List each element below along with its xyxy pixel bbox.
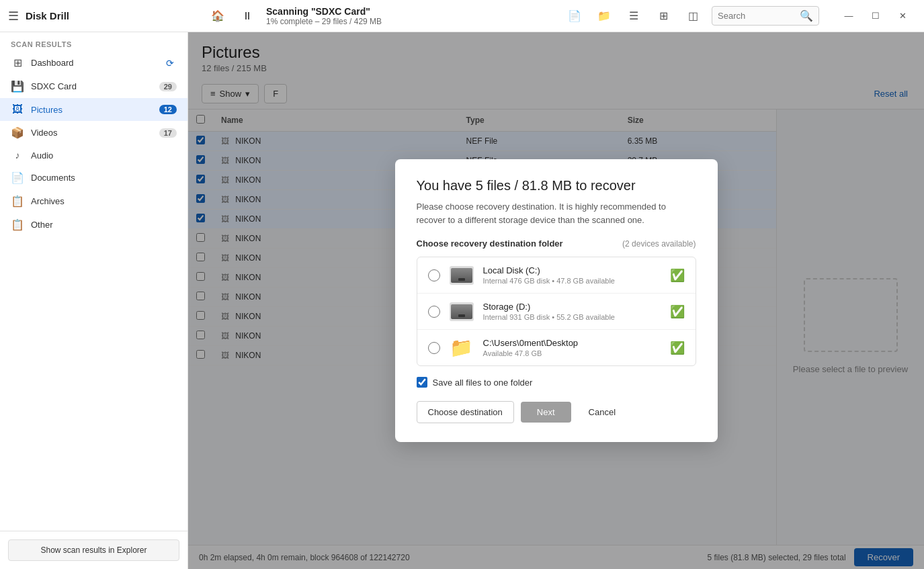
- sidebar-item-other[interactable]: 📋 Other: [0, 213, 187, 236]
- close-button[interactable]: ✕: [889, 5, 916, 27]
- sidebar-bottom: Show scan results in Explorer: [0, 531, 187, 569]
- sidebar-item-label: Pictures: [31, 105, 153, 115]
- local-c-icon-wrap: [450, 266, 474, 285]
- device-name-storage-d: Storage (D:): [483, 302, 661, 312]
- content-area: Pictures 12 files / 215 MB ≡ Show ▾ F Re…: [188, 32, 924, 569]
- device-detail-local-c: Internal 476 GB disk • 47.8 GB available: [483, 277, 661, 285]
- save-to-folder-row[interactable]: Save all files to one folder: [417, 377, 696, 388]
- choose-destination-button[interactable]: Choose destination: [417, 401, 514, 423]
- device-info-desktop: C:\Users\0ment\Desktop Available 47.8 GB: [483, 338, 661, 357]
- desktop-icon-wrap: 📁: [450, 339, 474, 357]
- sidebar-item-label: Documents: [31, 173, 177, 183]
- pause-icon[interactable]: ⏸: [237, 5, 258, 27]
- show-explorer-button[interactable]: Show scan results in Explorer: [8, 539, 179, 561]
- other-icon: 📋: [11, 218, 24, 231]
- maximize-button[interactable]: ☐: [862, 5, 889, 27]
- titlebar-center: 🏠 ⏸ Scanning "SDXC Card" 1% complete – 2…: [196, 5, 830, 27]
- storage-d-icon-wrap: [450, 302, 474, 321]
- sdxc-icon: 💾: [11, 80, 24, 93]
- titlebar: ☰ Disk Drill 🏠 ⏸ Scanning "SDXC Card" 1%…: [0, 0, 924, 32]
- file-icon[interactable]: 📄: [564, 5, 585, 27]
- sidebar-item-documents[interactable]: 📄 Documents: [0, 166, 187, 189]
- device-item-storage-d[interactable]: Storage (D:) Internal 931 GB disk • 55.2…: [417, 294, 696, 330]
- home-icon[interactable]: 🏠: [207, 5, 228, 27]
- grid-icon[interactable]: ⊞: [653, 5, 674, 27]
- app-title: Disk Drill: [26, 10, 69, 21]
- device-info-local-c: Local Disk (C:) Internal 476 GB disk • 4…: [483, 265, 661, 285]
- modal-description: Please choose recovery destination. It i…: [417, 200, 696, 226]
- scan-info: Scanning "SDXC Card" 1% complete – 29 fi…: [266, 6, 382, 26]
- device-check-local-c: ✅: [670, 268, 685, 283]
- sidebar-item-archives[interactable]: 📋 Archives: [0, 189, 187, 213]
- device-list: Local Disk (C:) Internal 476 GB disk • 4…: [417, 257, 696, 366]
- device-radio-local-c[interactable]: [428, 269, 440, 281]
- modal-footer: Choose destination Next Cancel: [417, 401, 696, 423]
- documents-icon: 📄: [11, 171, 24, 184]
- next-button[interactable]: Next: [521, 402, 571, 423]
- modal-section-title: Choose recovery destination folder: [417, 238, 563, 249]
- device-item-local-c[interactable]: Local Disk (C:) Internal 476 GB disk • 4…: [417, 257, 696, 294]
- device-radio-storage-d[interactable]: [428, 306, 440, 318]
- audio-icon: ♪: [11, 150, 24, 161]
- folder-icon[interactable]: 📁: [593, 5, 615, 27]
- drive-icon-c: [451, 268, 472, 283]
- sidebar-toggle-icon[interactable]: ◫: [682, 5, 704, 27]
- sdxc-badge: 29: [159, 82, 177, 91]
- search-input[interactable]: [718, 11, 796, 21]
- search-box[interactable]: 🔍: [712, 6, 819, 26]
- list-icon[interactable]: ☰: [623, 5, 644, 27]
- minimize-button[interactable]: —: [835, 5, 862, 27]
- sidebar-item-sdxc[interactable]: 💾 SDXC Card 29: [0, 75, 187, 98]
- sidebar-item-videos[interactable]: 📦 Videos 17: [0, 121, 187, 144]
- device-detail-storage-d: Internal 931 GB disk • 55.2 GB available: [483, 313, 661, 321]
- modal-title: You have 5 files / 81.8 MB to recover: [417, 178, 696, 193]
- scan-results-label: Scan results: [0, 32, 187, 51]
- scan-title: Scanning "SDXC Card": [266, 6, 382, 17]
- sidebar-item-pictures[interactable]: 🖼 Pictures 12: [0, 98, 187, 121]
- dashboard-icon: ⊞: [11, 56, 24, 69]
- scan-progress: 1% complete – 29 files / 429 MB: [266, 17, 382, 26]
- videos-badge: 17: [159, 128, 177, 138]
- videos-icon: 📦: [11, 126, 24, 139]
- sidebar-item-label: Videos: [31, 128, 153, 138]
- loading-icon: ⟳: [163, 58, 177, 69]
- device-info-storage-d: Storage (D:) Internal 931 GB disk • 55.2…: [483, 302, 661, 321]
- device-name-local-c: Local Disk (C:): [483, 265, 661, 275]
- sidebar-item-label: SDXC Card: [31, 81, 153, 91]
- save-to-folder-label[interactable]: Save all files to one folder: [433, 378, 533, 388]
- main-area: Scan results ⊞ Dashboard ⟳ 💾 SDXC Card 2…: [0, 32, 924, 569]
- save-to-folder-checkbox[interactable]: [417, 377, 427, 388]
- titlebar-left: ☰ Disk Drill: [8, 9, 196, 24]
- sidebar-item-dashboard[interactable]: ⊞ Dashboard ⟳: [0, 51, 187, 75]
- sidebar: Scan results ⊞ Dashboard ⟳ 💾 SDXC Card 2…: [0, 32, 188, 569]
- search-icon: 🔍: [800, 9, 813, 22]
- folder-icon: 📁: [450, 339, 473, 357]
- modal-overlay: You have 5 files / 81.8 MB to recover Pl…: [188, 32, 924, 569]
- menu-icon[interactable]: ☰: [8, 9, 19, 24]
- cancel-button[interactable]: Cancel: [578, 402, 626, 423]
- device-check-desktop: ✅: [670, 341, 685, 355]
- sidebar-item-label: Archives: [31, 196, 177, 206]
- device-name-desktop: C:\Users\0ment\Desktop: [483, 338, 661, 348]
- device-detail-desktop: Available 47.8 GB: [483, 349, 661, 357]
- sidebar-item-audio[interactable]: ♪ Audio: [0, 144, 187, 166]
- sidebar-item-label: Dashboard: [31, 58, 157, 68]
- device-radio-desktop[interactable]: [428, 342, 440, 354]
- recovery-modal: You have 5 files / 81.8 MB to recover Pl…: [395, 159, 718, 442]
- sidebar-item-label: Other: [31, 220, 177, 230]
- window-controls: — ☐ ✕: [835, 5, 916, 27]
- devices-count: (2 devices available): [622, 239, 696, 249]
- sidebar-item-label: Audio: [31, 150, 177, 161]
- drive-icon-d: [451, 304, 472, 319]
- device-item-desktop[interactable]: 📁 C:\Users\0ment\Desktop Available 47.8 …: [417, 330, 696, 365]
- pictures-icon: 🖼: [11, 103, 24, 116]
- pictures-badge: 12: [159, 105, 177, 114]
- archives-icon: 📋: [11, 195, 24, 208]
- device-check-storage-d: ✅: [670, 304, 685, 319]
